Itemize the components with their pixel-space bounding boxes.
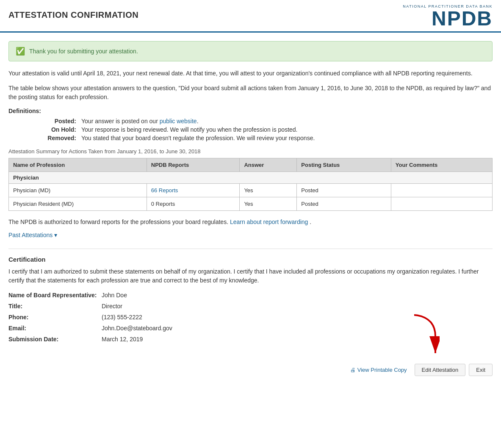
certification-title: Certification (8, 256, 493, 263)
group-row-physician: Physician (9, 172, 493, 184)
page-title: ATTESTATION CONFIRMATION (8, 4, 138, 20)
table-description: The table below shows your attestation a… (8, 84, 493, 102)
col-posting-status: Posting Status (297, 158, 391, 172)
value-email: John.Doe@stateboard.gov (102, 325, 493, 332)
col-reports: NPDB Reports (147, 158, 240, 172)
cell-comments-resident (391, 197, 492, 211)
col-answer: Answer (240, 158, 297, 172)
npdb-abbr: NPDB (432, 7, 493, 30)
cell-answer-md: Yes (240, 184, 297, 197)
label-submission-date: Submission Date: (8, 336, 102, 343)
reports-link-md[interactable]: 66 Reports (151, 187, 178, 194)
forwarding-text: The NPDB is authorized to forward report… (8, 218, 493, 227)
definition-removed: Removed: You stated that your board does… (42, 135, 493, 141)
forwarding-text-after: . (310, 218, 311, 225)
npdb-logo: National Practitioner Data Bank NPDB (403, 4, 493, 29)
def-desc-posted: Your answer is posted on our public webs… (81, 118, 493, 124)
success-banner: ✅ Thank you for submitting your attestat… (8, 41, 493, 61)
def-term-onhold: On Hold: (42, 126, 76, 133)
definition-posted: Posted: Your answer is posted on our pub… (42, 118, 493, 124)
def-desc-onhold: Your response is being reviewed. We will… (81, 126, 493, 133)
table-row: Physician (MD) 66 Reports Yes Posted (9, 184, 493, 197)
past-attestations-label: Past Attestations (8, 232, 53, 238)
cell-reports-md: 66 Reports (147, 184, 240, 197)
cell-status-md: Posted (297, 184, 391, 197)
public-website-link[interactable]: public website (160, 118, 197, 124)
col-comments: Your Comments (391, 158, 492, 172)
forwarding-text-before: The NPDB is authorized to forward report… (8, 218, 230, 225)
chevron-down-icon: ▾ (54, 232, 57, 238)
def-desc-removed: You stated that your board doesn't regul… (81, 135, 493, 141)
value-submission-date: March 12, 2019 (102, 336, 493, 343)
attestation-table: Name of Profession NPDB Reports Answer P… (8, 158, 493, 211)
label-phone: Phone: (8, 314, 102, 321)
table-row: Physician Resident (MD) 0 Reports Yes Po… (9, 197, 493, 211)
label-title: Title: (8, 303, 102, 310)
cell-answer-resident: Yes (240, 197, 297, 211)
main-content: ✅ Thank you for submitting your attestat… (0, 33, 501, 360)
col-profession: Name of Profession (9, 158, 147, 172)
value-board-rep: John Doe (102, 292, 493, 299)
exit-button[interactable]: Exit (469, 364, 493, 376)
cell-comments-md (391, 184, 492, 197)
group-label-physician: Physician (9, 172, 493, 184)
page-header: ATTESTATION CONFIRMATION National Practi… (0, 0, 501, 33)
table-header-row: Name of Profession NPDB Reports Answer P… (9, 158, 493, 172)
bottom-section: 🖨 View Printable Copy Edit Attestation E… (0, 360, 501, 380)
view-printable-copy-link[interactable]: 🖨 View Printable Copy (350, 367, 407, 373)
def-term-posted: Posted: (42, 118, 76, 124)
report-forwarding-link[interactable]: Learn about report forwarding (230, 218, 308, 225)
certification-info-grid: Name of Board Representative: John Doe T… (8, 292, 493, 343)
success-message: Thank you for submitting your attestatio… (29, 48, 138, 55)
print-icon: 🖨 (350, 367, 356, 373)
past-attestations-dropdown[interactable]: Past Attestations ▾ (8, 232, 57, 238)
definitions-label: Definitions: (8, 108, 493, 114)
bottom-actions: 🖨 View Printable Copy Edit Attestation E… (0, 360, 501, 380)
cell-profession-md: Physician (MD) (9, 184, 147, 197)
cell-profession-resident: Physician Resident (MD) (9, 197, 147, 211)
cell-status-resident: Posted (297, 197, 391, 211)
validity-text: Your attestation is valid until April 18… (8, 69, 493, 78)
definitions-list: Posted: Your answer is posted on our pub… (42, 118, 493, 141)
value-title: Director (102, 303, 493, 310)
def-term-removed: Removed: (42, 135, 76, 141)
success-icon: ✅ (16, 47, 25, 56)
certification-text: I certify that I am authorized to submit… (8, 267, 493, 285)
definition-onhold: On Hold: Your response is being reviewed… (42, 126, 493, 133)
label-email: Email: (8, 325, 102, 332)
edit-attestation-button[interactable]: Edit Attestation (415, 364, 466, 376)
cell-reports-resident: 0 Reports (147, 197, 240, 211)
summary-heading: Attestation Summary for Actions Taken fr… (8, 148, 493, 155)
section-divider (8, 249, 493, 249)
label-board-rep: Name of Board Representative: (8, 292, 102, 299)
print-label: View Printable Copy (357, 367, 407, 373)
value-phone: (123) 555-2222 (102, 314, 493, 321)
